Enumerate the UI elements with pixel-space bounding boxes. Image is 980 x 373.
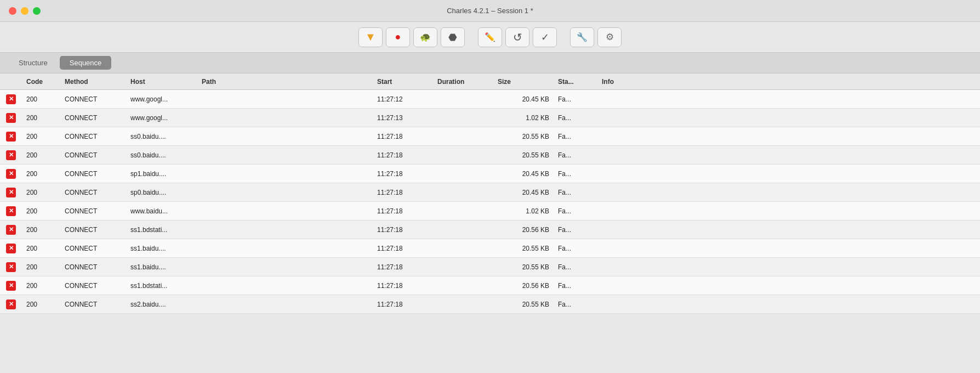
compose-button[interactable]: ✏️ [478,27,502,47]
cell-status: Fa... [554,245,597,252]
refresh-button[interactable]: ↺ [505,27,529,47]
cell-method: CONNECT [60,245,126,252]
cell-code: 200 [22,207,60,215]
cell-size: 20.55 KB [493,245,554,252]
table-row[interactable]: ✕ 200 CONNECT ss1.baidu.... 11:27:18 20.… [0,239,980,258]
cell-status: Fa... [554,133,597,140]
cell-code: 200 [22,189,60,196]
status-icon: ✕ [0,169,22,179]
cell-method: CONNECT [60,263,126,271]
cell-host: ss0.baidu.... [126,133,197,140]
tab-structure[interactable]: Structure [9,56,58,70]
record-button[interactable]: ● [386,27,410,47]
table-row[interactable]: ✕ 200 CONNECT sp0.baidu.... 11:27:18 20.… [0,183,980,202]
status-icon: ✕ [0,132,22,142]
table-row[interactable]: ✕ 200 CONNECT www.googl... 11:27:13 1.02… [0,109,980,127]
cell-start: 11:27:18 [373,245,433,252]
stop-button[interactable]: ⬣ [441,27,465,47]
th-code: Code [22,78,60,86]
th-path: Path [197,78,373,86]
close-button[interactable] [9,7,16,15]
error-icon: ✕ [6,281,16,291]
cell-host: sp0.baidu.... [126,189,197,196]
cell-method: CONNECT [60,170,126,178]
cell-status: Fa... [554,226,597,234]
cell-method: CONNECT [60,282,126,290]
cell-method: CONNECT [60,114,126,122]
window-controls [9,7,41,15]
cell-host: ss1.baidu.... [126,245,197,252]
error-icon: ✕ [6,150,16,160]
maximize-button[interactable] [33,7,41,15]
cell-code: 200 [22,95,60,103]
table-row[interactable]: ✕ 200 CONNECT sp1.baidu.... 11:27:18 20.… [0,165,980,183]
cell-status: Fa... [554,189,597,196]
filter-button[interactable]: ▼ [358,27,383,47]
cell-size: 20.45 KB [493,95,554,103]
cell-status: Fa... [554,282,597,290]
status-icon: ✕ [0,94,22,104]
tab-sequence[interactable]: Sequence [60,56,112,70]
cell-host: www.googl... [126,114,197,122]
cell-start: 11:27:18 [373,189,433,196]
error-icon: ✕ [6,132,16,142]
status-icon: ✕ [0,206,22,216]
cell-host: ss1.bdstati... [126,282,197,290]
table-row[interactable]: ✕ 200 CONNECT ss0.baidu.... 11:27:18 20.… [0,146,980,165]
error-icon: ✕ [6,94,16,104]
status-icon: ✕ [0,262,22,272]
th-start: Start [373,78,433,86]
table-row[interactable]: ✕ 200 CONNECT ss0.baidu.... 11:27:18 20.… [0,127,980,146]
th-host: Host [126,78,197,86]
cell-host: ss1.bdstati... [126,226,197,234]
cell-size: 1.02 KB [493,114,554,122]
cell-code: 200 [22,282,60,290]
tools-button[interactable]: 🔧 [570,27,594,47]
table-row[interactable]: ✕ 200 CONNECT ss1.bdstati... 11:27:18 20… [0,276,980,295]
th-status: Sta... [554,78,597,86]
validate-button[interactable]: ✓ [533,27,557,47]
error-icon: ✕ [6,206,16,216]
error-icon: ✕ [6,113,16,123]
cell-size: 1.02 KB [493,207,554,215]
cell-status: Fa... [554,263,597,271]
cell-code: 200 [22,263,60,271]
table-row[interactable]: ✕ 200 CONNECT www.baidu... 11:27:18 1.02… [0,202,980,221]
cell-size: 20.55 KB [493,133,554,140]
status-icon: ✕ [0,150,22,160]
minimize-button[interactable] [21,7,29,15]
table-row[interactable]: ✕ 200 CONNECT ss1.baidu.... 11:27:18 20.… [0,258,980,276]
table-row[interactable]: ✕ 200 CONNECT www.googl... 11:27:12 20.4… [0,90,980,109]
table-row[interactable]: ✕ 200 CONNECT ss1.bdstati... 11:27:18 20… [0,221,980,239]
cell-status: Fa... [554,301,597,308]
table-body: ✕ 200 CONNECT www.googl... 11:27:12 20.4… [0,90,980,314]
cell-method: CONNECT [60,301,126,308]
status-icon: ✕ [0,244,22,253]
throttle-button[interactable]: 🐢 [413,27,437,47]
window-title: Charles 4.2.1 – Session 1 * [447,7,533,15]
th-duration: Duration [433,78,493,86]
status-icon: ✕ [0,281,22,291]
title-bar: Charles 4.2.1 – Session 1 * [0,0,980,22]
cell-start: 11:27:18 [373,151,433,159]
th-method: Method [60,78,126,86]
cell-method: CONNECT [60,151,126,159]
settings-button[interactable]: ⚙ [597,27,622,47]
cell-size: 20.45 KB [493,170,554,178]
error-icon: ✕ [6,262,16,272]
status-icon: ✕ [0,299,22,309]
cell-method: CONNECT [60,95,126,103]
cell-host: ss1.baidu.... [126,263,197,271]
cell-start: 11:27:18 [373,263,433,271]
cell-host: www.baidu... [126,207,197,215]
cell-method: CONNECT [60,189,126,196]
cell-code: 200 [22,114,60,122]
cell-size: 20.45 KB [493,189,554,196]
error-icon: ✕ [6,169,16,179]
cell-status: Fa... [554,95,597,103]
cell-code: 200 [22,245,60,252]
cell-start: 11:27:18 [373,226,433,234]
table-row[interactable]: ✕ 200 CONNECT ss2.baidu.... 11:27:18 20.… [0,295,980,314]
cell-host: www.googl... [126,95,197,103]
cell-code: 200 [22,226,60,234]
